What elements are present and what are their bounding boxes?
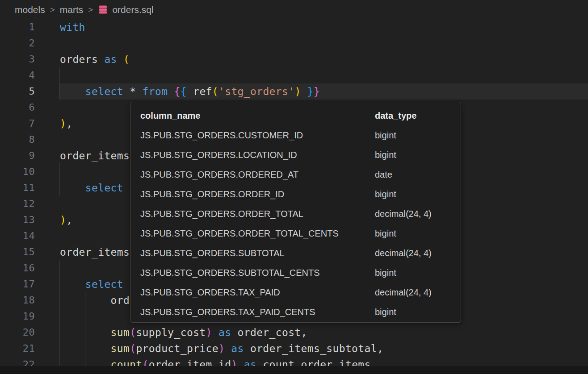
- line-number[interactable]: 2: [0, 35, 35, 51]
- popup-column-row: JS.PUB.STG_ORDERS.SUBTOTAL_CENTSbigint: [140, 263, 461, 283]
- popup-data-type: date: [375, 170, 461, 180]
- line-number[interactable]: 19: [0, 308, 35, 324]
- line-number[interactable]: 17: [0, 276, 35, 292]
- code-line-20[interactable]: 20 sum(supply_cost) as order_cost,: [0, 324, 588, 341]
- code-text: orders as (: [60, 51, 130, 67]
- code-line-5[interactable]: 5 select * from {{ ref('stg_orders') }}: [0, 83, 588, 100]
- code-text: sum(supply_cost) as order_cost,: [60, 324, 307, 341]
- code-line-3[interactable]: 3orders as (: [0, 51, 588, 67]
- code-line-1[interactable]: 1with: [0, 19, 588, 35]
- indent-guide: [85, 292, 85, 366]
- popup-header-column-name: column_name: [140, 111, 375, 121]
- code-text: ord: [60, 292, 130, 308]
- code-text: select: [60, 276, 123, 292]
- column-metadata-popup: column_name data_type JS.PUB.STG_ORDERS.…: [130, 102, 461, 323]
- line-number[interactable]: 5: [0, 83, 35, 100]
- code-line-2[interactable]: 2: [0, 35, 588, 51]
- code-text: with: [60, 19, 85, 35]
- line-number[interactable]: 6: [0, 100, 35, 116]
- line-number[interactable]: 13: [0, 212, 35, 228]
- indent-guide: [59, 162, 59, 196]
- popup-column-name: JS.PUB.STG_ORDERS.LOCATION_ID: [140, 150, 375, 160]
- popup-column-name: JS.PUB.STG_ORDERS.ORDER_ID: [140, 189, 375, 199]
- popup-column-name: JS.PUB.STG_ORDERS.TAX_PAID: [140, 287, 375, 298]
- line-number[interactable]: 11: [0, 180, 35, 196]
- code-text: sum(product_price) as order_items_subtot…: [60, 341, 383, 357]
- popup-column-name: JS.PUB.STG_ORDERS.SUBTOTAL_CENTS: [140, 268, 375, 278]
- line-number[interactable]: 15: [0, 244, 35, 260]
- line-number[interactable]: 18: [0, 292, 35, 308]
- code-text: ),: [60, 212, 72, 228]
- popup-data-type: bigint: [375, 150, 461, 160]
- code-text: order_items: [60, 244, 130, 260]
- popup-data-type: bigint: [375, 307, 461, 317]
- panel-divider: [0, 366, 588, 374]
- line-number[interactable]: 7: [0, 116, 35, 132]
- popup-data-type: decimal(24, 4): [375, 248, 461, 258]
- editor-content[interactable]: 1with23orders as (45 select * from {{ re…: [0, 0, 588, 374]
- popup-header-row: column_name data_type: [140, 106, 461, 125]
- popup-column-row: JS.PUB.STG_ORDERS.CUSTOMER_IDbigint: [140, 125, 461, 145]
- line-number[interactable]: 14: [0, 228, 35, 244]
- popup-column-row: JS.PUB.STG_ORDERS.LOCATION_IDbigint: [140, 145, 461, 165]
- line-number[interactable]: 12: [0, 196, 35, 212]
- code-text: ),: [60, 116, 72, 132]
- popup-column-name: JS.PUB.STG_ORDERS.CUSTOMER_ID: [140, 130, 375, 141]
- popup-data-type: bigint: [375, 229, 461, 239]
- code-text: select * from {{ ref('stg_orders') }}: [60, 83, 320, 100]
- line-number[interactable]: 8: [0, 132, 35, 148]
- popup-data-type: decimal(24, 4): [375, 287, 461, 298]
- popup-column-row: JS.PUB.STG_ORDERS.SUBTOTALdecimal(24, 4): [140, 243, 461, 263]
- line-number[interactable]: 20: [0, 324, 35, 341]
- popup-column-name: JS.PUB.STG_ORDERS.SUBTOTAL: [140, 248, 375, 258]
- line-number[interactable]: 10: [0, 164, 35, 180]
- popup-data-type: bigint: [375, 130, 461, 141]
- line-number[interactable]: 1: [0, 19, 35, 35]
- popup-column-row: JS.PUB.STG_ORDERS.ORDERED_ATdate: [140, 165, 461, 184]
- code-text: select: [60, 180, 123, 196]
- popup-column-row: JS.PUB.STG_ORDERS.ORDER_TOTAL_CENTSbigin…: [140, 224, 461, 243]
- line-number[interactable]: 21: [0, 341, 35, 357]
- popup-data-type: bigint: [375, 268, 461, 278]
- popup-column-row: JS.PUB.STG_ORDERS.ORDER_IDbigint: [140, 184, 461, 204]
- indent-guide: [59, 67, 59, 100]
- line-number[interactable]: 9: [0, 148, 35, 164]
- popup-column-name: JS.PUB.STG_ORDERS.TAX_PAID_CENTS: [140, 307, 375, 317]
- code-line-4[interactable]: 4: [0, 67, 588, 83]
- line-number[interactable]: 16: [0, 260, 35, 276]
- popup-column-name: JS.PUB.STG_ORDERS.ORDER_TOTAL_CENTS: [140, 229, 375, 239]
- line-number[interactable]: 4: [0, 67, 35, 83]
- popup-data-type: decimal(24, 4): [375, 209, 461, 219]
- code-editor-window: models > marts > orders.sql 1with23order…: [0, 0, 588, 374]
- popup-column-row: JS.PUB.STG_ORDERS.ORDER_TOTALdecimal(24,…: [140, 204, 461, 224]
- code-line-21[interactable]: 21 sum(product_price) as order_items_sub…: [0, 341, 588, 357]
- popup-header-data-type: data_type: [375, 111, 461, 121]
- code-text: order_items: [60, 148, 130, 164]
- line-number[interactable]: 3: [0, 51, 35, 67]
- popup-column-name: JS.PUB.STG_ORDERS.ORDERED_AT: [140, 170, 375, 180]
- popup-data-type: bigint: [375, 189, 461, 199]
- popup-column-name: JS.PUB.STG_ORDERS.ORDER_TOTAL: [140, 209, 375, 219]
- popup-column-row: JS.PUB.STG_ORDERS.TAX_PAIDdecimal(24, 4): [140, 283, 461, 302]
- popup-column-row: JS.PUB.STG_ORDERS.TAX_PAID_CENTSbigint: [140, 302, 461, 322]
- indent-guide: [59, 260, 59, 366]
